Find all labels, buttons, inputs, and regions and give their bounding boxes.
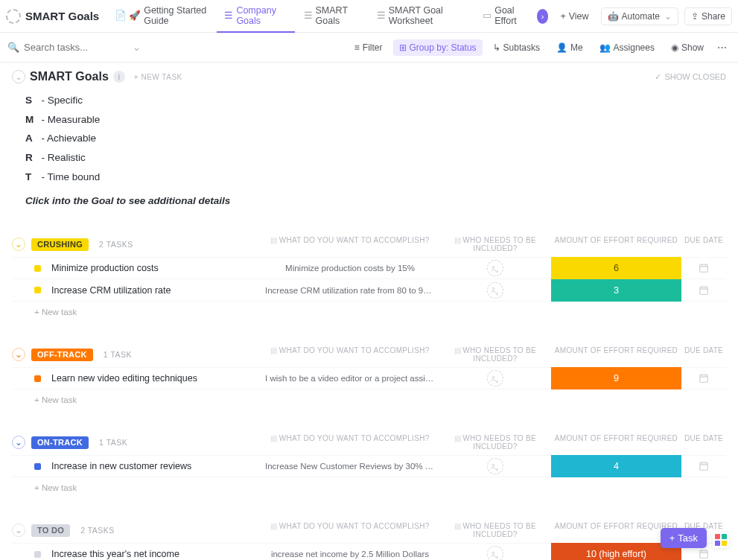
me-button[interactable]: 👤Me [550,39,589,56]
column-header-due[interactable]: DUE DATE [681,236,726,252]
due-date-cell[interactable] [681,284,726,296]
task-row[interactable]: Learn new video editing techniques I wis… [12,367,726,389]
search-input[interactable] [24,42,128,53]
tasks-count: 1 TASK [104,350,132,359]
status-square[interactable] [34,463,41,470]
definition-row: S - Specific [25,91,726,110]
task-who [439,546,551,560]
column-header-who[interactable]: ▤WHO NEEDS TO BE INCLUDED? [439,346,551,363]
status-square[interactable] [34,375,41,382]
show-closed-button[interactable]: ✓ SHOW CLOSED [655,72,726,82]
filter-button[interactable]: ≡Filter [349,39,389,56]
collapse-list-button[interactable]: ⌄ [12,70,25,83]
add-assignee-button[interactable] [487,260,503,276]
column-header-accomplish[interactable]: ▤WHAT DO YOU WANT TO ACCOMPLISH? [261,236,439,252]
task-name: Minimize production costs [51,263,223,273]
status-square[interactable] [34,551,41,558]
effort-cell[interactable]: 6 [551,257,681,279]
effort-cell[interactable]: 9 [551,367,681,389]
column-header-due[interactable]: DUE DATE [681,346,726,363]
tab-smart-goals[interactable]: ☰ SMART Goals [296,0,368,33]
group-by-button[interactable]: ⊞Group by: Status [393,39,483,56]
due-date-cell[interactable] [681,548,726,560]
tab-company-goals[interactable]: ☰ Company Goals [217,0,294,33]
new-task-button[interactable]: + NEW TASK [134,73,182,81]
create-task-fab[interactable]: + Task [661,528,707,548]
status-chip[interactable]: TO DO [31,524,70,537]
task-name: Increase this year's net income [51,549,223,559]
add-assignee-button[interactable] [487,546,503,560]
task-row[interactable]: Increase this year's net income increase… [12,543,726,560]
assignees-button[interactable]: 👥Assignees [594,39,661,56]
column-header-accomplish[interactable]: ▤WHAT DO YOU WANT TO ACCOMPLISH? [261,522,439,538]
subtasks-button[interactable]: ↳Subtasks [487,39,546,56]
status-square[interactable] [34,265,41,272]
column-header-accomplish[interactable]: ▤WHAT DO YOU WANT TO ACCOMPLISH? [261,346,439,363]
tab-goal-effort[interactable]: ▭ Goal Effort [475,0,535,33]
task-row[interactable]: Increase in new customer reviews Increas… [12,455,726,477]
add-view-label: View [569,11,589,22]
collapse-group-button[interactable]: ⌄ [12,436,25,449]
column-header-due[interactable]: DUE DATE [681,434,726,451]
column-header-effort[interactable]: AMOUNT OF EFFORT REQUIRED [551,236,681,252]
collapse-group-button[interactable]: ⌄ [12,524,25,537]
show-closed-label: SHOW CLOSED [664,72,726,81]
effort-cell[interactable]: 3 [551,279,681,302]
robot-icon: 🤖 [608,11,619,22]
column-header-effort[interactable]: AMOUNT OF EFFORT REQUIRED [551,434,681,451]
column-header-who[interactable]: ▤WHO NEEDS TO BE INCLUDED? [439,522,551,538]
info-icon[interactable]: i [113,71,125,83]
person-icon: 👤 [556,42,567,53]
automate-button[interactable]: 🤖 Automate ⌄ [601,7,678,25]
fab-label: Task [678,532,698,544]
task-name: Increase in new customer reviews [51,461,223,471]
effort-cell[interactable]: 4 [551,455,681,477]
status-square[interactable] [34,287,41,293]
new-task-row[interactable]: + New task [12,389,726,404]
column-header-who[interactable]: ▤WHO NEEDS TO BE INCLUDED? [439,236,551,252]
status-chip[interactable]: OFF-TRACK [31,349,93,361]
status-chip[interactable]: ON-TRACK [31,436,89,449]
task-row[interactable]: Minimize production costs Minimize produ… [12,257,726,279]
more-views-button[interactable]: › [537,9,549,24]
due-date-cell[interactable] [681,460,726,472]
filter-label: Filter [363,42,383,53]
column-header-accomplish[interactable]: ▤WHAT DO YOU WANT TO ACCOMPLISH? [261,434,439,451]
share-button[interactable]: ⇪ Share [684,7,732,25]
view-tabs: 📄 🚀 Getting Started Guide ☰ Company Goal… [108,0,594,33]
add-assignee-button[interactable] [487,370,503,386]
column-header-effort[interactable]: AMOUNT OF EFFORT REQUIRED [551,346,681,363]
share-label: Share [702,11,725,22]
apps-button[interactable] [713,532,729,548]
add-assignee-button[interactable] [487,458,503,474]
list-icon: ☰ [377,10,386,21]
due-date-cell[interactable] [681,262,726,274]
tab-getting-started[interactable]: 📄 🚀 Getting Started Guide [108,0,215,33]
new-task-row[interactable]: + New task [12,302,726,316]
collapse-group-button[interactable]: ⌄ [12,348,25,361]
new-task-row[interactable]: + New task [12,477,726,492]
column-header-who[interactable]: ▤WHO NEEDS TO BE INCLUDED? [439,434,551,451]
rocket-icon: 🚀 [129,10,141,21]
eye-icon: ◉ [671,42,678,53]
task-name: Increase CRM utilization rate [51,285,223,296]
collapse-group-button[interactable]: ⌄ [12,238,25,251]
group-header: ⌄ ON-TRACK 1 TASK ▤WHAT DO YOU WANT TO A… [12,434,726,451]
list-icon: ☰ [304,10,313,21]
more-options-button[interactable]: ⋯ [714,42,731,53]
status-chip[interactable]: CRUSHING [31,238,89,251]
tasks-count: 2 TASKS [99,240,133,249]
svg-point-4 [492,376,494,378]
search-wrap[interactable]: 🔍 ⌄ [7,42,340,53]
group-header: ⌄ TO DO 2 TASKS ▤WHAT DO YOU WANT TO ACC… [12,522,726,538]
add-view-button[interactable]: + View [554,11,594,22]
svg-rect-1 [700,265,708,273]
chevron-down-icon[interactable]: ⌄ [133,42,141,53]
task-row[interactable]: Increase CRM utilization rate Increase C… [12,279,726,302]
tab-smart-goal-worksheet[interactable]: ☰ SMART Goal Worksheet [369,0,474,33]
add-assignee-button[interactable] [487,282,503,299]
svg-point-0 [492,266,494,268]
due-date-cell[interactable] [681,372,726,384]
show-button[interactable]: ◉Show [665,39,710,56]
tab-label: Goal Effort [494,5,528,26]
